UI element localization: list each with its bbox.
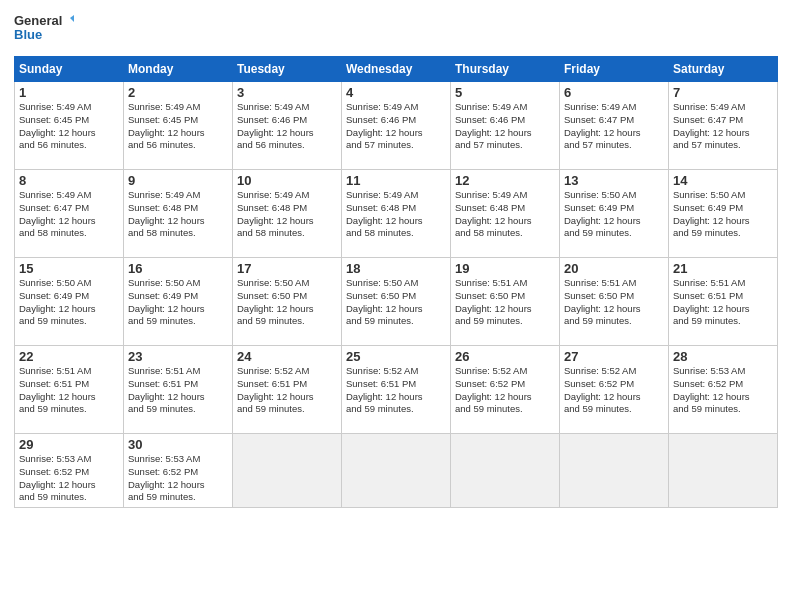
day-info: Sunrise: 5:52 AM Sunset: 6:52 PM Dayligh… bbox=[564, 365, 664, 416]
day-info: Sunrise: 5:53 AM Sunset: 6:52 PM Dayligh… bbox=[128, 453, 228, 504]
day-number: 16 bbox=[128, 261, 228, 276]
day-header-sunday: Sunday bbox=[15, 57, 124, 82]
calendar-day: 28Sunrise: 5:53 AM Sunset: 6:52 PM Dayli… bbox=[669, 346, 778, 434]
day-number: 7 bbox=[673, 85, 773, 100]
day-number: 26 bbox=[455, 349, 555, 364]
day-info: Sunrise: 5:51 AM Sunset: 6:51 PM Dayligh… bbox=[19, 365, 119, 416]
calendar-day: 5Sunrise: 5:49 AM Sunset: 6:46 PM Daylig… bbox=[451, 82, 560, 170]
day-number: 10 bbox=[237, 173, 337, 188]
day-info: Sunrise: 5:49 AM Sunset: 6:48 PM Dayligh… bbox=[237, 189, 337, 240]
day-info: Sunrise: 5:49 AM Sunset: 6:46 PM Dayligh… bbox=[237, 101, 337, 152]
day-number: 29 bbox=[19, 437, 119, 452]
day-number: 25 bbox=[346, 349, 446, 364]
logo: General Blue bbox=[14, 12, 74, 50]
calendar-day: 24Sunrise: 5:52 AM Sunset: 6:51 PM Dayli… bbox=[233, 346, 342, 434]
calendar-day bbox=[669, 434, 778, 508]
day-info: Sunrise: 5:50 AM Sunset: 6:49 PM Dayligh… bbox=[128, 277, 228, 328]
day-header-thursday: Thursday bbox=[451, 57, 560, 82]
days-header-row: SundayMondayTuesdayWednesdayThursdayFrid… bbox=[15, 57, 778, 82]
svg-marker-3 bbox=[70, 15, 74, 22]
calendar-table: SundayMondayTuesdayWednesdayThursdayFrid… bbox=[14, 56, 778, 508]
day-header-saturday: Saturday bbox=[669, 57, 778, 82]
calendar-day: 10Sunrise: 5:49 AM Sunset: 6:48 PM Dayli… bbox=[233, 170, 342, 258]
day-info: Sunrise: 5:49 AM Sunset: 6:45 PM Dayligh… bbox=[128, 101, 228, 152]
day-number: 18 bbox=[346, 261, 446, 276]
day-number: 12 bbox=[455, 173, 555, 188]
calendar-day bbox=[451, 434, 560, 508]
day-info: Sunrise: 5:52 AM Sunset: 6:51 PM Dayligh… bbox=[237, 365, 337, 416]
day-number: 19 bbox=[455, 261, 555, 276]
svg-text:Blue: Blue bbox=[14, 27, 42, 42]
calendar-day: 21Sunrise: 5:51 AM Sunset: 6:51 PM Dayli… bbox=[669, 258, 778, 346]
calendar-day bbox=[342, 434, 451, 508]
calendar-day: 27Sunrise: 5:52 AM Sunset: 6:52 PM Dayli… bbox=[560, 346, 669, 434]
day-info: Sunrise: 5:51 AM Sunset: 6:51 PM Dayligh… bbox=[128, 365, 228, 416]
day-number: 5 bbox=[455, 85, 555, 100]
calendar-day: 6Sunrise: 5:49 AM Sunset: 6:47 PM Daylig… bbox=[560, 82, 669, 170]
day-info: Sunrise: 5:49 AM Sunset: 6:46 PM Dayligh… bbox=[346, 101, 446, 152]
day-info: Sunrise: 5:50 AM Sunset: 6:50 PM Dayligh… bbox=[237, 277, 337, 328]
day-number: 20 bbox=[564, 261, 664, 276]
calendar-day: 18Sunrise: 5:50 AM Sunset: 6:50 PM Dayli… bbox=[342, 258, 451, 346]
calendar-day: 11Sunrise: 5:49 AM Sunset: 6:48 PM Dayli… bbox=[342, 170, 451, 258]
day-info: Sunrise: 5:50 AM Sunset: 6:49 PM Dayligh… bbox=[564, 189, 664, 240]
day-header-monday: Monday bbox=[124, 57, 233, 82]
calendar-day bbox=[560, 434, 669, 508]
header: General Blue bbox=[14, 12, 778, 50]
day-number: 14 bbox=[673, 173, 773, 188]
calendar-day: 22Sunrise: 5:51 AM Sunset: 6:51 PM Dayli… bbox=[15, 346, 124, 434]
calendar-day: 13Sunrise: 5:50 AM Sunset: 6:49 PM Dayli… bbox=[560, 170, 669, 258]
day-number: 6 bbox=[564, 85, 664, 100]
day-number: 3 bbox=[237, 85, 337, 100]
day-header-friday: Friday bbox=[560, 57, 669, 82]
day-info: Sunrise: 5:52 AM Sunset: 6:51 PM Dayligh… bbox=[346, 365, 446, 416]
calendar-day: 1Sunrise: 5:49 AM Sunset: 6:45 PM Daylig… bbox=[15, 82, 124, 170]
day-info: Sunrise: 5:49 AM Sunset: 6:48 PM Dayligh… bbox=[128, 189, 228, 240]
calendar-week-4: 22Sunrise: 5:51 AM Sunset: 6:51 PM Dayli… bbox=[15, 346, 778, 434]
day-info: Sunrise: 5:49 AM Sunset: 6:47 PM Dayligh… bbox=[564, 101, 664, 152]
day-info: Sunrise: 5:49 AM Sunset: 6:48 PM Dayligh… bbox=[455, 189, 555, 240]
day-info: Sunrise: 5:51 AM Sunset: 6:50 PM Dayligh… bbox=[455, 277, 555, 328]
calendar-week-3: 15Sunrise: 5:50 AM Sunset: 6:49 PM Dayli… bbox=[15, 258, 778, 346]
day-number: 23 bbox=[128, 349, 228, 364]
day-number: 22 bbox=[19, 349, 119, 364]
day-number: 11 bbox=[346, 173, 446, 188]
day-info: Sunrise: 5:49 AM Sunset: 6:45 PM Dayligh… bbox=[19, 101, 119, 152]
calendar-day: 17Sunrise: 5:50 AM Sunset: 6:50 PM Dayli… bbox=[233, 258, 342, 346]
day-number: 2 bbox=[128, 85, 228, 100]
day-number: 9 bbox=[128, 173, 228, 188]
day-number: 4 bbox=[346, 85, 446, 100]
day-info: Sunrise: 5:49 AM Sunset: 6:46 PM Dayligh… bbox=[455, 101, 555, 152]
calendar-week-2: 8Sunrise: 5:49 AM Sunset: 6:47 PM Daylig… bbox=[15, 170, 778, 258]
calendar-week-1: 1Sunrise: 5:49 AM Sunset: 6:45 PM Daylig… bbox=[15, 82, 778, 170]
calendar-day bbox=[233, 434, 342, 508]
day-info: Sunrise: 5:50 AM Sunset: 6:50 PM Dayligh… bbox=[346, 277, 446, 328]
day-number: 21 bbox=[673, 261, 773, 276]
day-info: Sunrise: 5:49 AM Sunset: 6:47 PM Dayligh… bbox=[19, 189, 119, 240]
calendar-day: 12Sunrise: 5:49 AM Sunset: 6:48 PM Dayli… bbox=[451, 170, 560, 258]
day-info: Sunrise: 5:49 AM Sunset: 6:47 PM Dayligh… bbox=[673, 101, 773, 152]
day-number: 1 bbox=[19, 85, 119, 100]
day-number: 28 bbox=[673, 349, 773, 364]
calendar-day: 7Sunrise: 5:49 AM Sunset: 6:47 PM Daylig… bbox=[669, 82, 778, 170]
day-number: 27 bbox=[564, 349, 664, 364]
calendar-day: 19Sunrise: 5:51 AM Sunset: 6:50 PM Dayli… bbox=[451, 258, 560, 346]
day-info: Sunrise: 5:51 AM Sunset: 6:50 PM Dayligh… bbox=[564, 277, 664, 328]
calendar-day: 23Sunrise: 5:51 AM Sunset: 6:51 PM Dayli… bbox=[124, 346, 233, 434]
calendar-day: 25Sunrise: 5:52 AM Sunset: 6:51 PM Dayli… bbox=[342, 346, 451, 434]
day-info: Sunrise: 5:51 AM Sunset: 6:51 PM Dayligh… bbox=[673, 277, 773, 328]
calendar-page: General Blue SundayMondayTuesdayWednesda… bbox=[0, 0, 792, 612]
calendar-day: 4Sunrise: 5:49 AM Sunset: 6:46 PM Daylig… bbox=[342, 82, 451, 170]
calendar-day: 15Sunrise: 5:50 AM Sunset: 6:49 PM Dayli… bbox=[15, 258, 124, 346]
day-number: 30 bbox=[128, 437, 228, 452]
day-number: 8 bbox=[19, 173, 119, 188]
day-info: Sunrise: 5:52 AM Sunset: 6:52 PM Dayligh… bbox=[455, 365, 555, 416]
day-number: 15 bbox=[19, 261, 119, 276]
day-info: Sunrise: 5:50 AM Sunset: 6:49 PM Dayligh… bbox=[19, 277, 119, 328]
logo-svg: General Blue bbox=[14, 12, 74, 50]
calendar-day: 3Sunrise: 5:49 AM Sunset: 6:46 PM Daylig… bbox=[233, 82, 342, 170]
day-header-tuesday: Tuesday bbox=[233, 57, 342, 82]
day-info: Sunrise: 5:49 AM Sunset: 6:48 PM Dayligh… bbox=[346, 189, 446, 240]
calendar-day: 20Sunrise: 5:51 AM Sunset: 6:50 PM Dayli… bbox=[560, 258, 669, 346]
calendar-day: 16Sunrise: 5:50 AM Sunset: 6:49 PM Dayli… bbox=[124, 258, 233, 346]
